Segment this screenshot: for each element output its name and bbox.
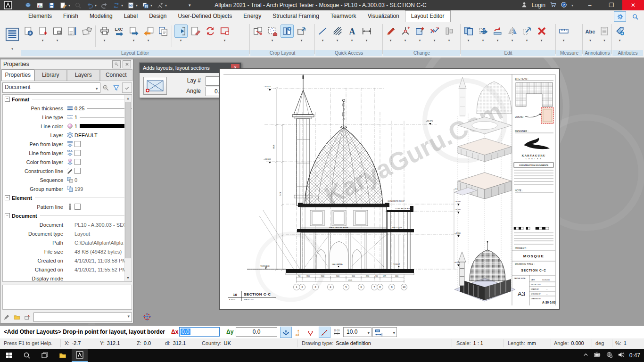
update-refresh-button[interactable] — [203, 25, 217, 49]
line-button[interactable]: ▾ — [315, 25, 330, 49]
property-value[interactable]: 0 — [74, 177, 132, 183]
dropdown-caret-icon[interactable]: ▾ — [121, 3, 123, 8]
help-icon[interactable]: ? — [561, 1, 567, 9]
settings-gear-icon[interactable] — [614, 11, 626, 22]
property-scope-select[interactable]: Document▾ — [2, 82, 100, 93]
property-value[interactable]: 48 KB (49482 bytes) — [74, 249, 132, 255]
palette-tab-properties[interactable]: Properties — [1, 69, 34, 81]
magnifier-plus-icon[interactable] — [102, 83, 111, 92]
point-snap-icon[interactable] — [319, 327, 330, 338]
collapse-icon[interactable]: − — [5, 97, 10, 102]
palette-tab-library[interactable]: Library — [34, 69, 67, 81]
edit-pencil-icon[interactable] — [59, 1, 67, 9]
delete-button[interactable]: ▾ — [534, 25, 549, 49]
property-value[interactable]: 199 — [74, 186, 132, 192]
dropdown-caret-icon[interactable]: ▾ — [150, 3, 152, 8]
menu-tab-structural-framing[interactable]: Structural Framing — [267, 10, 325, 22]
maximize-button[interactable]: ❐ — [601, 0, 622, 10]
allplan-taskbar-icon[interactable] — [72, 349, 88, 362]
scrollbar[interactable]: ▲ ▼ — [124, 95, 131, 281]
save-icon[interactable] — [47, 1, 56, 9]
clock[interactable]: 0:47 — [629, 352, 640, 359]
close-button[interactable]: ✕ — [622, 0, 644, 10]
menu-tab-design[interactable]: Design — [143, 10, 172, 22]
property-value[interactable] — [74, 150, 132, 156]
menu-tab-layout-editor[interactable]: Layout Editor — [405, 10, 451, 22]
property-value[interactable] — [74, 159, 132, 165]
checkbox[interactable] — [74, 141, 81, 147]
direction-ortho-icon[interactable] — [292, 327, 304, 338]
login-button[interactable]: Login — [532, 2, 545, 8]
minimize-button[interactable]: – — [579, 0, 601, 10]
property-value[interactable] — [74, 204, 132, 210]
section-header-element[interactable]: −Element — [3, 193, 132, 202]
dimension-button[interactable]: ▾ — [359, 25, 374, 49]
move-button[interactable]: ▾ — [476, 25, 490, 49]
view-doc-icon[interactable] — [126, 1, 135, 9]
stretch-button[interactable]: ▾ — [442, 25, 456, 49]
dropdown-caret-icon[interactable]: ▾ — [95, 3, 97, 8]
menu-tab-user-defined-objects[interactable]: User-Defined Objects — [172, 10, 238, 22]
checkbox[interactable] — [74, 204, 81, 210]
menu-tab-visualization[interactable]: Visualization — [362, 10, 405, 22]
crop-cut-button[interactable] — [250, 25, 265, 49]
plotter-button[interactable]: ▾ — [97, 25, 112, 49]
scroll-down-icon[interactable]: ▼ — [125, 275, 131, 281]
filter-funnel-icon[interactable] — [112, 83, 121, 92]
copy-button[interactable]: ▾ — [461, 25, 476, 49]
property-value[interactable]: 1 — [74, 123, 132, 129]
palette-tab-layers[interactable]: Layers — [67, 69, 100, 81]
volume-icon[interactable] — [618, 351, 625, 360]
cart-icon[interactable] — [550, 1, 556, 9]
pin-frame-button[interactable]: ▾ — [413, 25, 427, 49]
search-icon[interactable] — [629, 11, 641, 22]
export-arrow-button[interactable]: ▾ — [126, 25, 141, 49]
undo-icon[interactable] — [85, 1, 94, 9]
direction-free-icon[interactable] — [280, 327, 292, 338]
drawing-workspace[interactable]: Properties PropertiesLibraryLayersConnec… — [0, 58, 644, 325]
export-exc-button[interactable]: EXC — [112, 25, 126, 49]
copy-doc-button[interactable] — [156, 25, 170, 49]
apply-check-icon[interactable] — [122, 82, 132, 93]
layout-list-button[interactable] — [65, 25, 79, 49]
menu-tab-modeling[interactable]: Modeling — [84, 10, 118, 22]
window-add-button[interactable] — [280, 25, 294, 49]
add-layout-button[interactable]: ▾ — [35, 25, 50, 49]
scroll-thumb[interactable] — [125, 102, 131, 258]
file-explorer-icon[interactable] — [55, 349, 71, 362]
place-in-layout-button[interactable]: ▾ — [173, 25, 188, 49]
taskbar-search-icon[interactable] — [19, 349, 35, 362]
page-setup-button[interactable] — [21, 25, 35, 49]
tag-add-button[interactable]: ▾ — [612, 25, 627, 49]
property-value[interactable]: C:\Data\Allplan\Allpla — [74, 240, 132, 246]
menu-tab-label[interactable]: Label — [118, 10, 143, 22]
property-value[interactable]: PL10 - A.300.03 - SECT — [74, 222, 132, 228]
battery-icon[interactable] — [594, 351, 601, 360]
pencil-button[interactable]: ▾ — [383, 25, 398, 49]
crop-home-button[interactable]: ▾ — [265, 25, 280, 49]
checkbox[interactable] — [74, 168, 81, 174]
tray-chevron-icon[interactable] — [582, 351, 589, 360]
task-view-icon[interactable] — [37, 349, 53, 362]
direction-angle-icon[interactable] — [305, 327, 316, 338]
dropdown-caret-icon[interactable]: ▾ — [165, 3, 167, 8]
allplan-app-icon[interactable] — [4, 1, 12, 9]
snap-crosshair-icon[interactable] — [143, 313, 151, 321]
property-value[interactable] — [74, 141, 132, 147]
ruler-1020-icon[interactable]: 1020 — [331, 327, 343, 338]
collapse-icon[interactable]: − — [5, 195, 10, 200]
snap-step-combobox[interactable]: 10.0▾ — [343, 327, 372, 337]
text-button[interactable]: A▾ — [345, 25, 359, 49]
refresh-qat-icon[interactable] — [112, 1, 120, 9]
mirror-button[interactable]: ▾ — [505, 25, 520, 49]
abc-button[interactable]: Abc▾ — [583, 25, 597, 49]
delta-y-input[interactable]: 0.0 — [236, 327, 277, 337]
edit-doc-button[interactable] — [188, 25, 203, 49]
zoom-qat-icon[interactable] — [74, 1, 82, 9]
polyline-edit-button[interactable]: ▾ — [427, 25, 442, 49]
ruler-button[interactable]: ▾ — [556, 25, 571, 49]
property-value[interactable]: ∨ — [74, 276, 132, 281]
help-dropdown-icon[interactable]: ▾ — [571, 3, 573, 8]
palette-close-icon[interactable] — [123, 60, 131, 68]
property-value[interactable] — [74, 168, 132, 174]
